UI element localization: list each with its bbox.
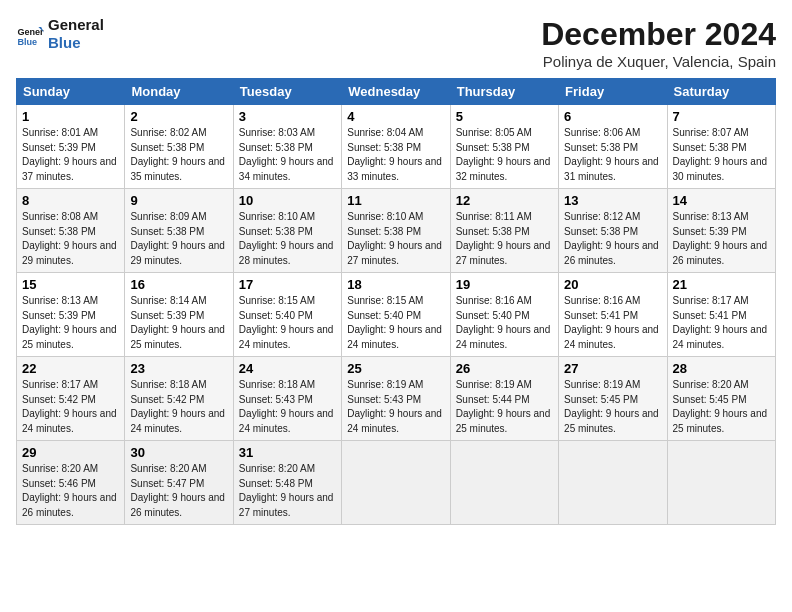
calendar-day-cell: [667, 441, 775, 525]
calendar-day-cell: 8 Sunrise: 8:08 AM Sunset: 5:38 PM Dayli…: [17, 189, 125, 273]
calendar-day-cell: 9 Sunrise: 8:09 AM Sunset: 5:38 PM Dayli…: [125, 189, 233, 273]
month-title: December 2024: [541, 16, 776, 53]
calendar-day-cell: 5 Sunrise: 8:05 AM Sunset: 5:38 PM Dayli…: [450, 105, 558, 189]
calendar-day-cell: 13 Sunrise: 8:12 AM Sunset: 5:38 PM Dayl…: [559, 189, 667, 273]
day-number: 7: [673, 109, 770, 124]
weekday-header: Monday: [125, 79, 233, 105]
day-info: Sunrise: 8:05 AM Sunset: 5:38 PM Dayligh…: [456, 126, 553, 184]
weekday-header: Saturday: [667, 79, 775, 105]
calendar-day-cell: 27 Sunrise: 8:19 AM Sunset: 5:45 PM Dayl…: [559, 357, 667, 441]
day-info: Sunrise: 8:06 AM Sunset: 5:38 PM Dayligh…: [564, 126, 661, 184]
day-number: 28: [673, 361, 770, 376]
calendar-header-row: SundayMondayTuesdayWednesdayThursdayFrid…: [17, 79, 776, 105]
calendar-day-cell: 1 Sunrise: 8:01 AM Sunset: 5:39 PM Dayli…: [17, 105, 125, 189]
day-info: Sunrise: 8:20 AM Sunset: 5:46 PM Dayligh…: [22, 462, 119, 520]
calendar-day-cell: 16 Sunrise: 8:14 AM Sunset: 5:39 PM Dayl…: [125, 273, 233, 357]
day-info: Sunrise: 8:11 AM Sunset: 5:38 PM Dayligh…: [456, 210, 553, 268]
calendar-day-cell: 2 Sunrise: 8:02 AM Sunset: 5:38 PM Dayli…: [125, 105, 233, 189]
calendar-week-row: 15 Sunrise: 8:13 AM Sunset: 5:39 PM Dayl…: [17, 273, 776, 357]
day-info: Sunrise: 8:10 AM Sunset: 5:38 PM Dayligh…: [347, 210, 444, 268]
calendar-day-cell: 14 Sunrise: 8:13 AM Sunset: 5:39 PM Dayl…: [667, 189, 775, 273]
day-number: 18: [347, 277, 444, 292]
calendar-day-cell: 11 Sunrise: 8:10 AM Sunset: 5:38 PM Dayl…: [342, 189, 450, 273]
day-info: Sunrise: 8:20 AM Sunset: 5:48 PM Dayligh…: [239, 462, 336, 520]
day-number: 19: [456, 277, 553, 292]
day-number: 30: [130, 445, 227, 460]
day-number: 16: [130, 277, 227, 292]
day-number: 24: [239, 361, 336, 376]
calendar-day-cell: 24 Sunrise: 8:18 AM Sunset: 5:43 PM Dayl…: [233, 357, 341, 441]
calendar-day-cell: 18 Sunrise: 8:15 AM Sunset: 5:40 PM Dayl…: [342, 273, 450, 357]
logo-line2: Blue: [48, 34, 104, 52]
calendar-day-cell: 4 Sunrise: 8:04 AM Sunset: 5:38 PM Dayli…: [342, 105, 450, 189]
calendar-day-cell: 28 Sunrise: 8:20 AM Sunset: 5:45 PM Dayl…: [667, 357, 775, 441]
day-info: Sunrise: 8:20 AM Sunset: 5:45 PM Dayligh…: [673, 378, 770, 436]
weekday-header: Wednesday: [342, 79, 450, 105]
day-info: Sunrise: 8:13 AM Sunset: 5:39 PM Dayligh…: [22, 294, 119, 352]
calendar-week-row: 29 Sunrise: 8:20 AM Sunset: 5:46 PM Dayl…: [17, 441, 776, 525]
day-info: Sunrise: 8:08 AM Sunset: 5:38 PM Dayligh…: [22, 210, 119, 268]
day-number: 20: [564, 277, 661, 292]
calendar-day-cell: [342, 441, 450, 525]
day-info: Sunrise: 8:03 AM Sunset: 5:38 PM Dayligh…: [239, 126, 336, 184]
day-number: 13: [564, 193, 661, 208]
day-info: Sunrise: 8:10 AM Sunset: 5:38 PM Dayligh…: [239, 210, 336, 268]
calendar-day-cell: 17 Sunrise: 8:15 AM Sunset: 5:40 PM Dayl…: [233, 273, 341, 357]
svg-text:Blue: Blue: [17, 37, 37, 47]
weekday-header: Tuesday: [233, 79, 341, 105]
calendar-week-row: 8 Sunrise: 8:08 AM Sunset: 5:38 PM Dayli…: [17, 189, 776, 273]
logo-icon: General Blue: [16, 20, 44, 48]
day-number: 9: [130, 193, 227, 208]
day-info: Sunrise: 8:16 AM Sunset: 5:40 PM Dayligh…: [456, 294, 553, 352]
calendar-day-cell: 26 Sunrise: 8:19 AM Sunset: 5:44 PM Dayl…: [450, 357, 558, 441]
calendar-day-cell: 3 Sunrise: 8:03 AM Sunset: 5:38 PM Dayli…: [233, 105, 341, 189]
day-info: Sunrise: 8:16 AM Sunset: 5:41 PM Dayligh…: [564, 294, 661, 352]
title-block: December 2024 Polinya de Xuquer, Valenci…: [541, 16, 776, 70]
calendar-day-cell: 22 Sunrise: 8:17 AM Sunset: 5:42 PM Dayl…: [17, 357, 125, 441]
day-info: Sunrise: 8:17 AM Sunset: 5:42 PM Dayligh…: [22, 378, 119, 436]
weekday-header: Friday: [559, 79, 667, 105]
calendar-day-cell: [450, 441, 558, 525]
weekday-header: Thursday: [450, 79, 558, 105]
day-number: 12: [456, 193, 553, 208]
day-info: Sunrise: 8:09 AM Sunset: 5:38 PM Dayligh…: [130, 210, 227, 268]
day-number: 6: [564, 109, 661, 124]
logo: General Blue General Blue: [16, 16, 104, 52]
calendar-day-cell: 23 Sunrise: 8:18 AM Sunset: 5:42 PM Dayl…: [125, 357, 233, 441]
day-info: Sunrise: 8:18 AM Sunset: 5:42 PM Dayligh…: [130, 378, 227, 436]
day-info: Sunrise: 8:18 AM Sunset: 5:43 PM Dayligh…: [239, 378, 336, 436]
day-number: 31: [239, 445, 336, 460]
day-number: 22: [22, 361, 119, 376]
day-number: 15: [22, 277, 119, 292]
day-number: 29: [22, 445, 119, 460]
day-number: 21: [673, 277, 770, 292]
day-number: 5: [456, 109, 553, 124]
calendar-day-cell: 12 Sunrise: 8:11 AM Sunset: 5:38 PM Dayl…: [450, 189, 558, 273]
day-info: Sunrise: 8:19 AM Sunset: 5:45 PM Dayligh…: [564, 378, 661, 436]
calendar-day-cell: 19 Sunrise: 8:16 AM Sunset: 5:40 PM Dayl…: [450, 273, 558, 357]
calendar-day-cell: 20 Sunrise: 8:16 AM Sunset: 5:41 PM Dayl…: [559, 273, 667, 357]
calendar-day-cell: 30 Sunrise: 8:20 AM Sunset: 5:47 PM Dayl…: [125, 441, 233, 525]
day-info: Sunrise: 8:13 AM Sunset: 5:39 PM Dayligh…: [673, 210, 770, 268]
day-info: Sunrise: 8:15 AM Sunset: 5:40 PM Dayligh…: [347, 294, 444, 352]
calendar-day-cell: 10 Sunrise: 8:10 AM Sunset: 5:38 PM Dayl…: [233, 189, 341, 273]
day-number: 11: [347, 193, 444, 208]
calendar-day-cell: 15 Sunrise: 8:13 AM Sunset: 5:39 PM Dayl…: [17, 273, 125, 357]
day-number: 14: [673, 193, 770, 208]
day-number: 10: [239, 193, 336, 208]
day-info: Sunrise: 8:12 AM Sunset: 5:38 PM Dayligh…: [564, 210, 661, 268]
calendar-day-cell: 25 Sunrise: 8:19 AM Sunset: 5:43 PM Dayl…: [342, 357, 450, 441]
day-info: Sunrise: 8:07 AM Sunset: 5:38 PM Dayligh…: [673, 126, 770, 184]
day-number: 2: [130, 109, 227, 124]
day-number: 23: [130, 361, 227, 376]
day-info: Sunrise: 8:17 AM Sunset: 5:41 PM Dayligh…: [673, 294, 770, 352]
weekday-header: Sunday: [17, 79, 125, 105]
day-info: Sunrise: 8:15 AM Sunset: 5:40 PM Dayligh…: [239, 294, 336, 352]
calendar-day-cell: 7 Sunrise: 8:07 AM Sunset: 5:38 PM Dayli…: [667, 105, 775, 189]
day-info: Sunrise: 8:19 AM Sunset: 5:43 PM Dayligh…: [347, 378, 444, 436]
calendar-table: SundayMondayTuesdayWednesdayThursdayFrid…: [16, 78, 776, 525]
calendar-day-cell: 29 Sunrise: 8:20 AM Sunset: 5:46 PM Dayl…: [17, 441, 125, 525]
day-info: Sunrise: 8:01 AM Sunset: 5:39 PM Dayligh…: [22, 126, 119, 184]
day-number: 4: [347, 109, 444, 124]
calendar-week-row: 1 Sunrise: 8:01 AM Sunset: 5:39 PM Dayli…: [17, 105, 776, 189]
